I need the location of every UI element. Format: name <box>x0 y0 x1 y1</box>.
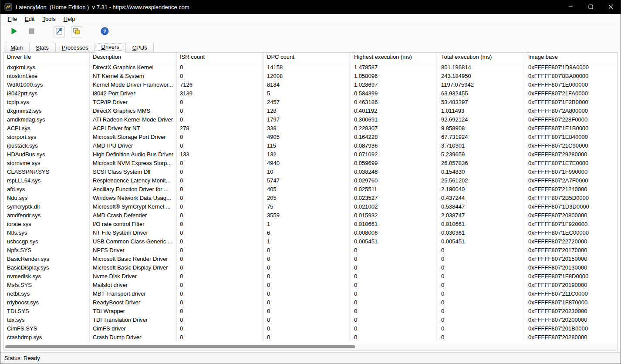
table-cell: 0 <box>177 211 264 220</box>
table-cell: 0 <box>177 220 264 229</box>
table-cell: 0xFFFFF807'21C90000 <box>525 142 617 150</box>
tab-stats[interactable]: Stats <box>29 43 55 52</box>
table-row[interactable]: dxgmms2.sysDirectX Graphics MMS01280.401… <box>4 107 617 115</box>
table-row[interactable]: i8042prt.sysi8042 Port Driver313950.5843… <box>4 89 617 98</box>
table-cell: 128 <box>264 107 351 115</box>
table-row[interactable]: Wdf01000.sysKernel Mode Driver Framewor.… <box>4 81 617 89</box>
close-button[interactable] <box>601 0 621 14</box>
table-cell: 63.932455 <box>438 89 525 98</box>
table-row[interactable]: CLASSPNP.SYSSCSI Class System Dll0100.03… <box>4 168 617 176</box>
column-header[interactable]: Image base <box>525 53 617 63</box>
table-row[interactable]: dxgkrnl.sysDirectX Graphics Kernel014158… <box>4 63 617 72</box>
table-row[interactable]: BasicRender.sysMicrosoft Basic Render Dr… <box>4 255 617 263</box>
table-cell: ReadyBoost Driver <box>90 298 177 307</box>
table-cell: 0 <box>177 237 264 246</box>
column-header[interactable]: Description <box>90 53 177 63</box>
column-header[interactable]: DPC count <box>264 53 351 63</box>
column-header[interactable]: ISR count <box>177 53 264 63</box>
minimize-button[interactable] <box>560 0 580 14</box>
table-cell: 0xFFFFF807'2A7F0000 <box>525 176 617 185</box>
table-cell: 0xFFFFF807'21FA0000 <box>525 89 617 98</box>
window-title: LatencyMon (Home Edition ) v 7.31 - http… <box>16 4 189 10</box>
table-row[interactable]: amdkmdag.sysATI Radeon Kernel Mode Drive… <box>4 115 617 124</box>
table-row[interactable]: ipustack.sysAMD IPU Driver01150.0879363.… <box>4 142 617 150</box>
table-row[interactable]: crashdmp.sysCrash Dump Driver00000xFFFFF… <box>4 333 617 342</box>
table-row[interactable]: tdx.sysTDI Translation Driver00000xFFFFF… <box>4 316 617 324</box>
copy-report-button[interactable] <box>71 26 82 37</box>
table-cell: 0 <box>351 316 438 324</box>
table-cell: 3.710301 <box>438 142 525 150</box>
table-row[interactable]: usbccgp.sysUSB Common Class Generic ...0… <box>4 237 617 246</box>
tab-processes[interactable]: Processes <box>55 43 95 52</box>
table-row[interactable]: storport.sysMicrosoft Storage Port Drive… <box>4 133 617 142</box>
table-cell: 0 <box>438 263 525 272</box>
maximize-button[interactable] <box>580 0 601 14</box>
table-cell: 0.029760 <box>351 176 438 185</box>
table-row[interactable]: Ndu.sysWindows Network Data Usag...02050… <box>4 194 617 202</box>
options-button[interactable] <box>54 26 65 37</box>
table-cell: Crash Dump Driver <box>90 333 177 342</box>
table-cell: 133 <box>177 150 264 159</box>
table-cell: 0 <box>264 298 351 307</box>
table-cell: Microsoft Storage Port Driver <box>90 133 177 142</box>
table-cell: 0xFFFFF807'22720000 <box>525 237 617 246</box>
hscrollbar-thumb[interactable] <box>5 345 355 348</box>
menu-item-tools[interactable]: Tools <box>38 14 59 24</box>
table-row[interactable]: BasicDisplay.sysMicrosoft Basic Display … <box>4 263 617 272</box>
table-row[interactable]: rdyboost.sysReadyBoost Driver00000xFFFFF… <box>4 298 617 307</box>
table-row[interactable]: nvmedisk.sysNvme Disk Driver00000xFFFFF8… <box>4 272 617 281</box>
column-header[interactable]: Total execution (ms) <box>438 53 525 63</box>
table-cell: 0 <box>438 255 525 263</box>
table-cell: 0xFFFFF807'228F0000 <box>525 115 617 124</box>
table-row[interactable]: afd.sysAncillary Function Driver for ...… <box>4 185 617 194</box>
table-row[interactable]: iorate.sysI/O rate control Filter010.010… <box>4 220 617 229</box>
table-row[interactable]: ntoskrnl.exeNT Kernel & System0120081.05… <box>4 72 617 81</box>
tab-main[interactable]: Main <box>4 43 29 52</box>
tab-cpus[interactable]: CPUs <box>126 43 154 52</box>
table-cell: netbt.sys <box>4 290 90 298</box>
table-cell: 6 <box>264 229 351 237</box>
table-row[interactable]: ACPI.sysACPI Driver for NT2783380.228307… <box>4 124 617 133</box>
table-row[interactable]: rspLLL64.sysResplendence Latency Monit..… <box>4 176 617 185</box>
table-row[interactable]: tcpip.sysTCP/IP Driver024570.46318653.48… <box>4 98 617 107</box>
table-cell: 0.228307 <box>351 124 438 133</box>
table-cell: 0 <box>177 176 264 185</box>
menu-item-edit[interactable]: Edit <box>21 14 38 24</box>
minimize-icon <box>568 4 573 10</box>
table-row[interactable]: Ntfs.sysNT File System Driver060.0080060… <box>4 229 617 237</box>
table-row[interactable]: Npfs.SYSNPFS Driver00000xFFFFF807'201700… <box>4 246 617 255</box>
table-cell: 1.011493 <box>438 107 525 115</box>
column-header[interactable]: Driver file <box>4 53 90 63</box>
start-monitor-button[interactable] <box>8 26 20 37</box>
table-row[interactable]: netbt.sysMBT Transport driver00000xFFFFF… <box>4 290 617 298</box>
table-row[interactable]: symcryptk.dllMicrosoft® SymCrypt Kernel … <box>4 202 617 211</box>
table-cell: 0xFFFFF807'1E000000 <box>525 81 617 89</box>
table-cell: 0xFFFFF807'20130000 <box>525 263 617 272</box>
table-row[interactable]: Msfs.SYSMailslot driver00000xFFFFF807'20… <box>4 281 617 290</box>
menu-item-help[interactable]: Help <box>60 14 79 24</box>
table-row[interactable]: HDAudBus.sysHigh Definition Audio Bus Dr… <box>4 150 617 159</box>
table-cell: 4905 <box>264 133 351 142</box>
table-row[interactable]: amdfendr.sysAMD Crash Defender035590.015… <box>4 211 617 220</box>
table-cell: 0 <box>264 263 351 272</box>
play-icon <box>11 28 17 36</box>
table-cell: 7126 <box>177 81 264 89</box>
menu-item-file[interactable]: File <box>4 14 21 24</box>
horizontal-scrollbar[interactable] <box>4 344 617 350</box>
help-button[interactable]: ? <box>99 26 110 37</box>
column-header[interactable]: Highest execution (ms) <box>351 53 438 63</box>
table-cell: 75 <box>264 202 351 211</box>
tab-drivers[interactable]: Drivers <box>95 42 126 53</box>
status-text: Status: Ready <box>4 355 40 361</box>
stop-monitor-button[interactable] <box>26 26 37 37</box>
table-cell: BasicRender.sys <box>4 255 90 263</box>
stop-icon <box>29 28 34 35</box>
table-row[interactable]: TDI.SYSTDI Wrapper00000xFFFFF807'2023000… <box>4 307 617 316</box>
table-cell: 3139 <box>177 89 264 98</box>
table-cell: HDAudBus.sys <box>4 150 90 159</box>
table-cell: 0xFFFFF807'211C0000 <box>525 290 617 298</box>
table-row[interactable]: stornvme.sysMicrosoft NVM Express Storp.… <box>4 159 617 168</box>
table-cell: 5747 <box>264 176 351 185</box>
table-cell: 25.561202 <box>438 176 525 185</box>
table-row[interactable]: CimFS.SYSCimFS driver00000xFFFFF807'201B… <box>4 324 617 333</box>
